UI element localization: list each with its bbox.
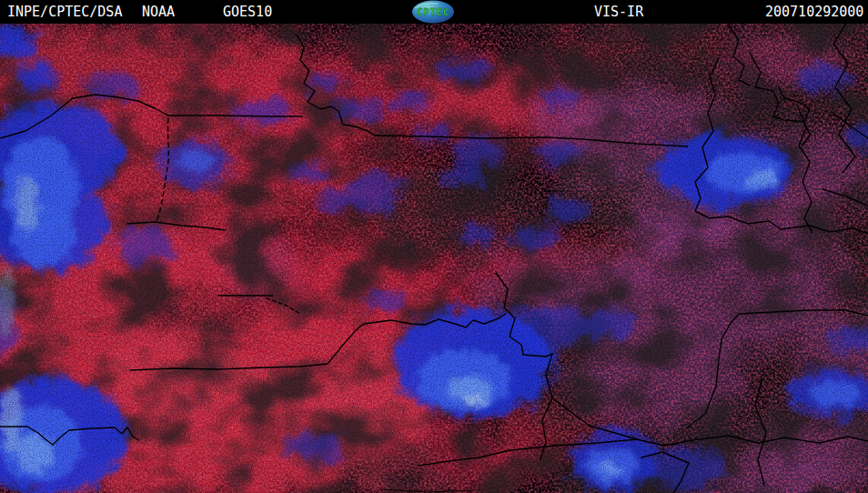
logo-text: CPTEC [417,6,449,18]
satellite-image [0,24,868,493]
header-bar: INPE/CPTEC/DSA NOAA GOES10 VIS-IR 200710… [0,0,868,24]
cptec-logo-icon: CPTEC [411,0,455,24]
satellite-label: GOES10 [223,4,272,20]
noaa-label: NOAA [142,4,175,20]
grain-overlay [0,24,868,493]
satellite-canvas [0,24,868,493]
agency-label: INPE/CPTEC/DSA [7,4,122,20]
app-window: INPE/CPTEC/DSA NOAA GOES10 VIS-IR 200710… [0,0,868,493]
timestamp-label: 200710292000 [765,4,863,20]
product-label: VIS-IR [594,4,643,20]
